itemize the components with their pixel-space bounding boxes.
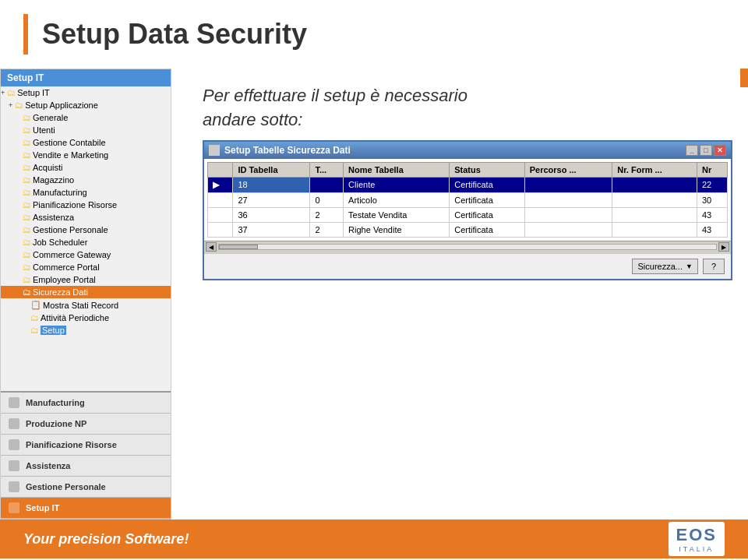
eos-logo-text: EOS (676, 525, 717, 544)
slide-text: Per effettuare il setup è necessario and… (171, 69, 748, 140)
col-nome[interactable]: Nome Tabella (344, 162, 450, 177)
sidebar-nav-item[interactable]: Produzione NP (1, 414, 171, 435)
tree-item[interactable]: 🗂Employee Portal (1, 273, 171, 286)
cell-percorso (524, 177, 612, 192)
footer-tagline: Your precision Software! (23, 531, 189, 548)
page-footer: Your precision Software! EOS ITALIA (0, 519, 748, 558)
tree-item[interactable]: 🗂Gestione Contabile (1, 136, 171, 149)
data-table: ID Tabella T... Nome Tabella Status Perc… (207, 162, 728, 238)
tree-item[interactable]: 🗂Assistenza (1, 211, 171, 224)
nav-item-label: Produzione NP (26, 419, 86, 428)
table-body: ▶ 18 Cliente Certificata 22 27 0 Articol… (208, 177, 728, 237)
cell-status: Certificata (450, 207, 524, 222)
tree-item[interactable]: 🗂Commerce Portal (1, 261, 171, 273)
cell-nome: Cliente (344, 177, 450, 192)
tree-item[interactable]: 🗂Vendite e Marketing (1, 149, 171, 161)
tree-item[interactable]: 🗂Sicurezza Dati (1, 286, 171, 298)
cell-nome: Testate Vendita (344, 207, 450, 222)
sidebar-nav-item[interactable]: Gestione Personale (1, 477, 171, 498)
cell-id: 27 (233, 192, 310, 207)
col-percorso[interactable]: Percorso ... (524, 162, 612, 177)
cell-status: Certificata (450, 222, 524, 237)
cell-id: 36 (233, 207, 310, 222)
tree-item[interactable]: 🗂Commerce Gateway (1, 248, 171, 261)
row-selector (208, 192, 233, 207)
scroll-thumb[interactable] (219, 245, 258, 249)
help-button[interactable]: ? (703, 259, 725, 274)
scroll-left-button[interactable]: ◀ (206, 242, 217, 252)
tree-item[interactable]: 🗂Manufacturing (1, 186, 171, 199)
cell-status: Certificata (450, 192, 524, 207)
tree-item[interactable]: 🗂Acquisti (1, 161, 171, 174)
cell-nrform (612, 222, 697, 237)
cell-percorso (524, 192, 612, 207)
minimize-button[interactable]: _ (686, 145, 698, 156)
col-id[interactable]: ID Tabella (233, 162, 310, 177)
row-selector: ▶ (208, 177, 233, 192)
cell-percorso (524, 207, 612, 222)
content-area: 9 Per effettuare il setup è necessario a… (171, 69, 748, 519)
accent-bar (23, 14, 28, 55)
tree-item[interactable]: 🗂Attività Periodiche (1, 312, 171, 324)
nav-icon (9, 397, 19, 408)
nav-item-label: Gestione Personale (26, 482, 106, 491)
eos-logo-inner: EOS ITALIA (676, 525, 717, 553)
sicurezza-button[interactable]: Sicurezza... ▼ (632, 259, 697, 274)
sidebar: Setup IT +🗂Setup IT+🗂Setup Applicazione🗂… (0, 69, 171, 519)
cell-nrform (612, 207, 697, 222)
cell-nr: 43 (697, 222, 727, 237)
sidebar-nav-item[interactable]: Pianificazione Risorse (1, 435, 171, 456)
table-row[interactable]: 37 2 Righe Vendite Certificata 43 (208, 222, 728, 237)
tree-item[interactable]: 🗂Job Scheduler (1, 236, 171, 248)
col-status[interactable]: Status (450, 162, 524, 177)
col-nrform[interactable]: Nr. Form ... (612, 162, 697, 177)
slide-number: 9 (740, 69, 748, 87)
table-row[interactable]: 36 2 Testate Vendita Certificata 43 (208, 207, 728, 222)
cell-nrform (612, 177, 697, 192)
col-t[interactable]: T... (310, 162, 344, 177)
sidebar-header: Setup IT (1, 69, 171, 86)
cell-nome: Articolo (344, 192, 450, 207)
dialog-content: ID Tabella T... Nome Tabella Status Perc… (204, 159, 731, 241)
tree-item[interactable]: 📋Mostra Stati Record (1, 298, 171, 312)
scroll-track[interactable] (218, 244, 717, 250)
col-nr[interactable]: Nr (697, 162, 727, 177)
nav-item-label: Pianificazione Risorse (26, 440, 117, 449)
cell-id: 18 (233, 177, 310, 192)
cell-nr: 22 (697, 177, 727, 192)
tree-item[interactable]: 🗂Generale (1, 111, 171, 124)
slide-text-line1: Per effettuare il setup è necessario (203, 86, 468, 105)
eos-logo: EOS ITALIA (669, 522, 725, 556)
tree-item[interactable]: 🗂Utenti (1, 124, 171, 136)
tree-item[interactable]: +🗂Setup Applicazione (1, 99, 171, 111)
maximize-button[interactable]: □ (700, 145, 712, 156)
cell-percorso (524, 222, 612, 237)
tree-item[interactable]: 🗂Pianificazione Risorse (1, 199, 171, 211)
nav-item-label: Setup IT (26, 503, 59, 512)
tree-item[interactable]: 🗂Setup (1, 324, 171, 336)
sidebar-nav-item[interactable]: Assistenza (1, 456, 171, 477)
tree-item[interactable]: +🗂Setup IT (1, 86, 171, 99)
page-title: Setup Data Security (42, 18, 307, 51)
sidebar-bottom: Manufacturing Produzione NP Pianificazio… (1, 391, 171, 519)
cell-t: 2 (310, 222, 344, 237)
horizontal-scrollbar[interactable]: ◀ ▶ (204, 241, 731, 253)
sidebar-nav-item[interactable]: Setup IT (1, 498, 171, 519)
tree-item[interactable]: 🗂Gestione Personale (1, 224, 171, 236)
close-button[interactable]: ✕ (714, 145, 726, 156)
nav-icon (9, 460, 19, 471)
cell-id: 37 (233, 222, 310, 237)
sidebar-nav-item[interactable]: Manufacturing (1, 393, 171, 414)
table-row[interactable]: ▶ 18 Cliente Certificata 22 (208, 177, 728, 192)
scroll-right-button[interactable]: ▶ (718, 242, 729, 252)
nav-icon (9, 418, 19, 429)
cell-nr: 30 (697, 192, 727, 207)
sicurezza-label: Sicurezza... (637, 262, 682, 271)
table-row[interactable]: 27 0 Articolo Certificata 30 (208, 192, 728, 207)
nav-icon (9, 439, 19, 450)
row-selector (208, 222, 233, 237)
tree-item[interactable]: 🗂Magazzino (1, 174, 171, 186)
cell-t: 0 (310, 192, 344, 207)
nav-icon (9, 481, 19, 492)
dialog: Setup Tabelle Sicurezza Dati _ □ ✕ ID Ta… (203, 140, 732, 280)
